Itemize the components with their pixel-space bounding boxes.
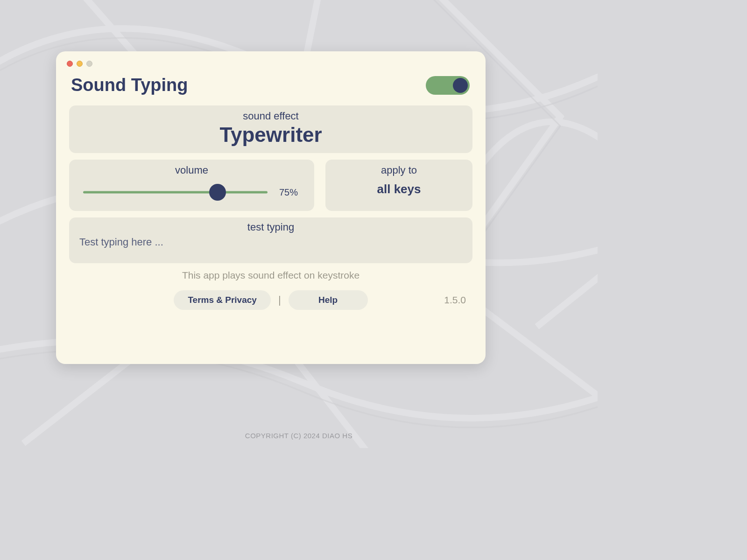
help-button[interactable]: Help [289,290,368,310]
test-typing-input[interactable] [79,236,462,248]
apply-to-value: all keys [335,182,463,196]
app-window: Sound Typing sound effect Typewriter vol… [56,51,486,364]
apply-to-panel[interactable]: apply to all keys [325,160,472,211]
version-label: 1.5.0 [444,294,466,306]
app-title: Sound Typing [71,75,188,95]
volume-slider[interactable] [83,184,268,201]
terms-privacy-button[interactable]: Terms & Privacy [174,290,271,310]
volume-label: volume [83,164,300,176]
close-icon[interactable] [67,61,73,67]
slider-track [83,191,268,194]
window-controls [64,60,477,67]
test-typing-label: test typing [79,221,462,233]
apply-to-label: apply to [335,164,463,176]
test-typing-panel: test typing [69,217,472,263]
footer-separator: | [278,294,281,306]
volume-readout: 75% [277,187,300,198]
enable-toggle[interactable] [426,76,470,95]
maximize-icon[interactable] [86,61,92,67]
app-subtitle: This app plays sound effect on keystroke [64,270,477,281]
sound-effect-label: sound effect [78,110,463,122]
volume-panel: volume 75% [69,160,314,211]
minimize-icon[interactable] [77,61,83,67]
toggle-knob [453,78,468,93]
copyright-text: COPYRIGHT (C) 2024 DIAO HS [0,432,598,440]
slider-thumb[interactable] [209,184,226,201]
sound-effect-panel[interactable]: sound effect Typewriter [69,105,472,153]
sound-effect-value: Typewriter [78,123,463,147]
